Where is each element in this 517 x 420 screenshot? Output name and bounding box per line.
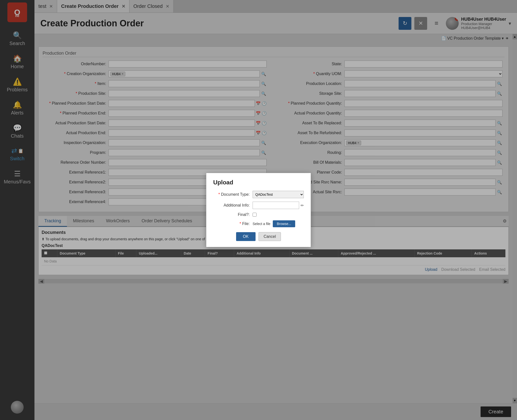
edit-icon[interactable]: ✏	[301, 203, 304, 208]
modal-row-doc-type: * Document Type: QADocTest	[213, 191, 304, 198]
modal-label-doc-type: * Document Type:	[213, 192, 253, 197]
modal-label-additional-info: Additional Info:	[213, 203, 253, 208]
modal-select-doc-type[interactable]: QADocTest	[253, 191, 304, 198]
modal-overlay[interactable]: Upload * Document Type: QADocTest Additi…	[0, 0, 517, 420]
modal-input-additional-info[interactable]	[253, 202, 299, 209]
modal-buttons: OK Cancel	[213, 232, 304, 241]
modal-row-file: * File: Select a file Browse...	[213, 220, 304, 227]
upload-modal: Upload * Document Type: QADocTest Additi…	[206, 173, 311, 247]
modal-cancel-button[interactable]: Cancel	[258, 232, 281, 241]
modal-label-file: * File:	[213, 222, 253, 226]
browse-button[interactable]: Browse...	[273, 220, 295, 227]
modal-checkbox-final[interactable]	[253, 213, 257, 217]
modal-title: Upload	[213, 179, 304, 186]
modal-row-final: Final?:	[213, 212, 304, 217]
modal-label-final: Final?:	[213, 212, 253, 217]
modal-row-additional-info: Additional Info: ✏	[213, 202, 304, 209]
modal-file-row: Select a file Browse...	[253, 220, 304, 227]
modal-file-text: Select a file	[253, 222, 270, 226]
modal-ok-button[interactable]: OK	[236, 232, 256, 241]
